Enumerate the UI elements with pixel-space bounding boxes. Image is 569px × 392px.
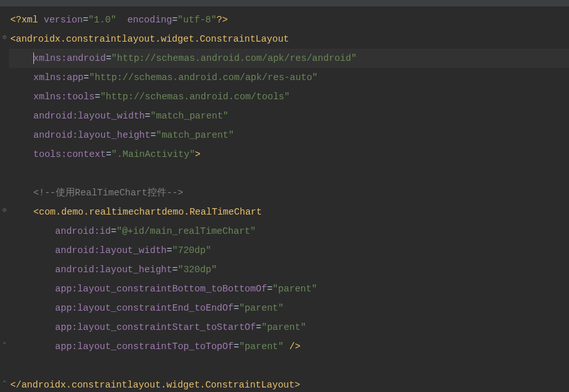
code-line[interactable]: android:layout_width="match_parent": [9, 106, 569, 126]
xml-val: "1.0": [88, 15, 117, 25]
attr: android:layout_width: [33, 111, 145, 121]
tag-name: com.demo.realtimechartdemo.RealTimeChart: [39, 207, 262, 217]
code-line[interactable]: <androidx.constraintlayout.widget.Constr…: [9, 29, 569, 49]
val: "@+id/main_realTimeChart": [117, 226, 256, 236]
val: "http://schemas.android.com/tools": [100, 92, 290, 102]
code-line[interactable]: app:layout_constraintTop_toTopOf="parent…: [9, 337, 569, 356]
editor-top-bar: [0, 0, 569, 6]
xml-attr: version: [44, 15, 83, 25]
val: ".MainActivity": [111, 149, 195, 159]
eq: =: [111, 226, 117, 236]
code-line[interactable]: app:layout_constraintEnd_toEndOf="parent…: [9, 298, 569, 318]
val: "parent": [272, 284, 317, 294]
val: "match_parent": [151, 111, 229, 121]
attr: app:layout_constraintEnd_toEndOf: [55, 303, 233, 313]
attr: xmlns:android: [33, 53, 106, 63]
attr: android:layout_width: [55, 245, 167, 256]
code-line-current[interactable]: xmlns:android="http://schemas.android.co…: [9, 49, 569, 68]
val: "parent": [261, 322, 306, 332]
code-line[interactable]: </androidx.constraintlayout.widget.Const…: [9, 375, 569, 392]
eq: =: [106, 149, 111, 159]
attr: android:layout_height: [33, 130, 151, 140]
val: "parent": [239, 303, 284, 313]
code-area[interactable]: <?xml version="1.0" encoding="utf-8"?> <…: [9, 6, 569, 392]
attr: xmlns:app: [33, 72, 83, 83]
code-line[interactable]: android:id="@+id/main_realTimeChart": [9, 222, 569, 241]
code-line-blank[interactable]: [9, 164, 569, 183]
val: "http://schemas.android.com/apk/res/andr…: [111, 53, 357, 63]
code-line[interactable]: android:layout_height="320dp": [9, 260, 569, 279]
code-line[interactable]: tools:context=".MainActivity">: [9, 145, 569, 164]
code-line[interactable]: android:layout_width="720dp": [9, 241, 569, 260]
lt-close: </: [10, 380, 21, 390]
val: "match_parent": [156, 130, 234, 140]
fold-up-icon[interactable]: ⌃: [1, 342, 8, 348]
gt: >: [295, 380, 301, 390]
attr: tools:context: [33, 149, 106, 159]
xml-attr: encoding: [128, 15, 172, 25]
attr: app:layout_constraintTop_toTopOf: [55, 341, 233, 352]
xml-name: xml: [21, 15, 38, 25]
tag-name: androidx.constraintlayout.widget.Constra…: [16, 34, 289, 44]
xml-open: <?: [10, 15, 21, 25]
eq: =: [167, 245, 172, 256]
val: "http://schemas.android.com/apk/res-auto…: [89, 72, 318, 83]
eq: =: [233, 303, 239, 313]
code-line[interactable]: android:layout_height="match_parent": [9, 126, 569, 145]
eq: =: [83, 72, 89, 83]
val: "720dp": [172, 245, 211, 256]
eq: =: [233, 341, 239, 352]
attr: android:layout_height: [55, 265, 172, 275]
attr: xmlns:tools: [33, 92, 95, 102]
code-line[interactable]: <!--使用RealTimeChart控件-->: [9, 183, 569, 202]
eq: =: [256, 322, 261, 332]
eq: =: [106, 53, 111, 63]
editor-wrap: ⊖ ⊖ ⌃ ⌃ <?xml version="1.0" encoding="ut…: [0, 6, 569, 392]
gutter[interactable]: ⊖ ⊖ ⌃ ⌃: [0, 6, 9, 392]
fold-icon[interactable]: ⊖: [1, 35, 8, 41]
code-line[interactable]: xmlns:app="http://schemas.android.com/ap…: [9, 68, 569, 87]
code-line[interactable]: <?xml version="1.0" encoding="utf-8"?>: [9, 10, 569, 29]
val: "parent": [239, 341, 284, 352]
code-line-blank[interactable]: [9, 356, 569, 375]
fold-up-icon[interactable]: ⌃: [1, 380, 8, 387]
attr: app:layout_constraintBottom_toBottomOf: [55, 284, 267, 294]
xml-comment: <!--使用RealTimeChart控件-->: [33, 188, 183, 198]
code-line[interactable]: app:layout_constraintBottom_toBottomOf="…: [9, 279, 569, 298]
eq: =: [172, 15, 177, 25]
tag-name: androidx.constraintlayout.widget.Constra…: [21, 380, 294, 390]
eq: =: [83, 15, 88, 25]
self-close: />: [284, 341, 301, 352]
code-line[interactable]: <com.demo.realtimechartdemo.RealTimeChar…: [9, 202, 569, 222]
attr: app:layout_constraintStart_toStartOf: [55, 322, 256, 332]
fold-icon[interactable]: ⊖: [1, 208, 8, 214]
xml-close: ?>: [217, 15, 227, 25]
gt: >: [195, 149, 201, 159]
code-line[interactable]: xmlns:tools="http://schemas.android.com/…: [9, 87, 569, 106]
code-line[interactable]: app:layout_constraintStart_toStartOf="pa…: [9, 318, 569, 337]
attr: android:id: [55, 226, 111, 236]
xml-val: "utf-8": [177, 15, 217, 25]
lt: <: [33, 207, 39, 217]
lt: <: [10, 34, 16, 44]
val: "320dp": [177, 265, 217, 275]
eq: =: [145, 111, 151, 121]
